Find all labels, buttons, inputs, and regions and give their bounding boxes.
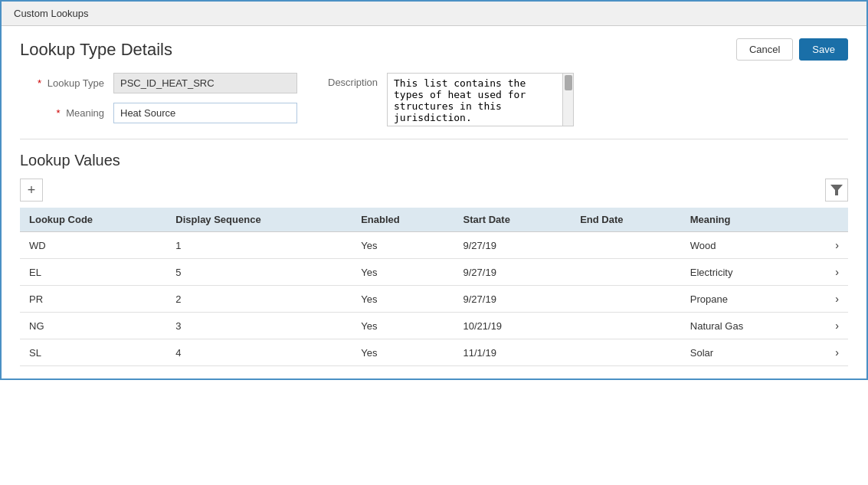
page-title: Lookup Type Details (20, 40, 172, 60)
cell-start-date: 9/27/19 (454, 232, 571, 259)
cell-end-date (571, 259, 681, 286)
meaning-label: * Meaning (20, 107, 104, 119)
cancel-button[interactable]: Cancel (736, 38, 793, 61)
col-start-date: Start Date (454, 208, 571, 232)
table-row: PR2Yes9/27/19Propane› (20, 286, 848, 313)
chevron-right-icon: › (835, 293, 839, 305)
meaning-input[interactable] (113, 103, 297, 123)
cell-sequence: 5 (166, 259, 352, 286)
cell-code[interactable]: SL (20, 339, 166, 366)
cell-end-date (571, 286, 681, 313)
chevron-right-icon: › (835, 346, 839, 359)
cell-enabled: Yes (352, 286, 454, 313)
cell-sequence: 1 (166, 232, 352, 259)
lookup-table: Lookup Code Display Sequence Enabled Sta… (20, 208, 848, 366)
cell-end-date (571, 313, 681, 339)
cell-meaning: Wood (681, 232, 809, 259)
lookup-type-row: * Lookup Type (20, 73, 297, 93)
col-display-sequence: Display Sequence (166, 208, 352, 232)
cell-meaning: Solar (681, 339, 809, 366)
section-title: Lookup Values (20, 152, 848, 169)
cell-start-date[interactable]: 11/1/19 (454, 339, 571, 366)
table-row: NG3Yes10/21/19Natural Gas› (20, 313, 848, 339)
table-row: SL4Yes11/1/19Solar› (20, 339, 848, 366)
cell-sequence: 3 (166, 313, 352, 339)
header-row: Lookup Type Details Cancel Save (20, 38, 848, 61)
description-section: Description This list contains the types… (328, 73, 848, 126)
cell-enabled: Yes (352, 232, 454, 259)
meaning-row: * Meaning (20, 103, 297, 123)
filter-button[interactable] (825, 179, 848, 202)
cell-code[interactable]: PR (20, 286, 166, 313)
cell-code: NG (20, 313, 166, 339)
save-button[interactable]: Save (799, 38, 848, 61)
cell-end-date (571, 232, 681, 259)
scrollbar-thumb (565, 75, 572, 90)
table-row: EL5Yes9/27/19Electricity› (20, 259, 848, 286)
lookup-values-section: Lookup Values + Lookup Code Display Sequ… (20, 152, 848, 366)
main-content: Lookup Type Details Cancel Save * Lookup… (2, 26, 866, 378)
cell-chevron[interactable]: › (809, 339, 848, 366)
required-star-meaning: * (56, 107, 60, 119)
title-bar: Custom Lookups (2, 2, 866, 26)
col-actions (809, 208, 848, 232)
cell-code: EL (20, 259, 166, 286)
title-bar-label: Custom Lookups (14, 8, 89, 19)
cell-start-date: 10/21/19 (454, 313, 571, 339)
description-scrollbar (563, 73, 574, 126)
chevron-right-icon: › (835, 320, 839, 332)
table-header: Lookup Code Display Sequence Enabled Sta… (20, 208, 848, 232)
toolbar-row: + (20, 179, 848, 202)
cell-meaning: Electricity (681, 259, 809, 286)
cell-chevron[interactable]: › (809, 286, 848, 313)
table-body: WD1Yes9/27/19Wood›EL5Yes9/27/19Electrici… (20, 232, 848, 366)
lookup-type-label: * Lookup Type (20, 77, 104, 89)
cell-enabled: Yes (352, 259, 454, 286)
header-buttons: Cancel Save (736, 38, 848, 61)
col-end-date: End Date (571, 208, 681, 232)
table-row: WD1Yes9/27/19Wood› (20, 232, 848, 259)
description-wrapper: This list contains the types of heat use… (387, 73, 574, 126)
table-header-row: Lookup Code Display Sequence Enabled Sta… (20, 208, 848, 232)
description-label: Description (328, 73, 378, 88)
cell-sequence: 4 (166, 339, 352, 366)
cell-code: WD (20, 232, 166, 259)
cell-end-date (571, 339, 681, 366)
cell-sequence: 2 (166, 286, 352, 313)
col-enabled: Enabled (352, 208, 454, 232)
cell-meaning[interactable]: Natural Gas (681, 313, 809, 339)
cell-meaning: Propane (681, 286, 809, 313)
required-star: * (38, 77, 41, 89)
form-fields: * Lookup Type * Meaning (20, 73, 297, 126)
form-section: * Lookup Type * Meaning Description This… (20, 73, 848, 139)
chevron-right-icon: › (835, 266, 839, 278)
cell-chevron[interactable]: › (809, 259, 848, 286)
col-lookup-code: Lookup Code (20, 208, 166, 232)
cell-start-date: 9/27/19 (454, 286, 571, 313)
chevron-right-icon: › (835, 239, 839, 251)
cell-enabled: Yes (352, 313, 454, 339)
lookup-type-input[interactable] (113, 73, 297, 93)
cell-enabled: Yes (352, 339, 454, 366)
cell-chevron[interactable]: › (809, 313, 848, 339)
cell-chevron[interactable]: › (809, 232, 848, 259)
description-textarea[interactable]: This list contains the types of heat use… (387, 73, 563, 126)
add-button[interactable]: + (20, 179, 43, 202)
col-meaning: Meaning (681, 208, 809, 232)
cell-start-date: 9/27/19 (454, 259, 571, 286)
svg-marker-0 (830, 185, 843, 195)
filter-icon (830, 184, 843, 196)
